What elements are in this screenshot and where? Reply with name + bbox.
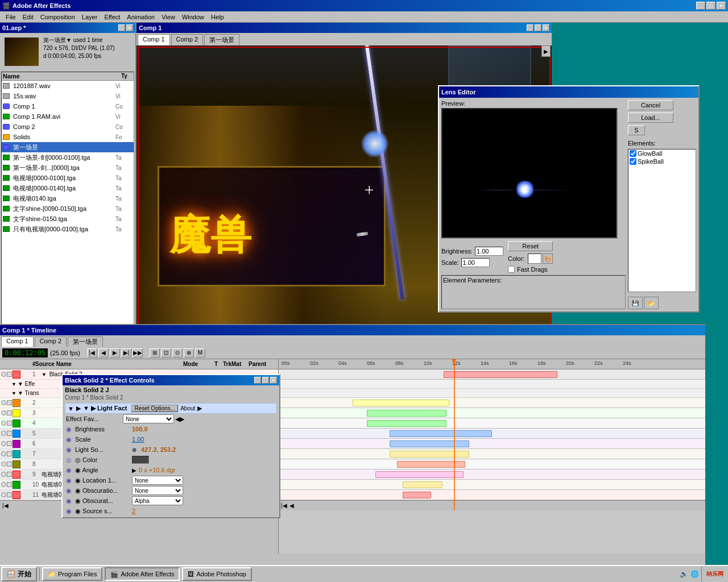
- taskbar-after-effects[interactable]: 🎬 Adobe After Effects: [105, 567, 180, 581]
- play-button[interactable]: ▶: [110, 348, 120, 357]
- l5-solo[interactable]: [1, 431, 6, 436]
- layer-1-expand[interactable]: ▼: [42, 372, 47, 377]
- track-7[interactable]: [279, 449, 705, 459]
- maximize-button[interactable]: □: [706, 2, 715, 10]
- lens-element-glowball[interactable]: GlowBall: [628, 149, 696, 157]
- l7-solo[interactable]: [1, 451, 6, 456]
- list-item[interactable]: 第一场景-剑[0000-0100].tga Ta: [2, 152, 134, 163]
- ec-effectfav-arrow[interactable]: ◀▶: [175, 415, 184, 423]
- track-11[interactable]: [279, 490, 705, 500]
- ec-location-select[interactable]: None: [132, 476, 183, 485]
- menu-help[interactable]: Help: [208, 13, 228, 22]
- comp-minimize[interactable]: _: [527, 24, 533, 31]
- l10-solo[interactable]: [1, 482, 6, 487]
- ec-effectfav-select[interactable]: None: [123, 414, 174, 423]
- l10-vis[interactable]: [7, 482, 12, 487]
- l3-solo[interactable]: [1, 410, 6, 415]
- ec-about[interactable]: About: [180, 405, 195, 411]
- l4-vis[interactable]: [7, 421, 12, 426]
- layer-vis-icon[interactable]: [7, 372, 12, 377]
- list-item[interactable]: 电视墙[0000-0100].tga Ta: [2, 173, 134, 183]
- layer-solo-icon[interactable]: [1, 372, 6, 377]
- l3-vis[interactable]: [7, 410, 12, 415]
- lens-save-button[interactable]: S: [628, 125, 645, 135]
- list-item[interactable]: 文字shine-0150.tga Ta: [2, 214, 134, 224]
- ec-close[interactable]: ×: [270, 377, 277, 384]
- lightfact-expand2[interactable]: ▶: [76, 405, 81, 412]
- minimize-button[interactable]: _: [696, 2, 705, 10]
- track-10[interactable]: [279, 480, 705, 490]
- lens-save-icon-button[interactable]: 💾: [628, 297, 643, 309]
- transform-expand[interactable]: ▼: [11, 390, 16, 396]
- list-item-selected[interactable]: 第一场景: [2, 142, 134, 152]
- list-item[interactable]: 1201887.wav Vi: [2, 81, 134, 91]
- lens-scale-input[interactable]: [461, 258, 490, 267]
- l6-solo[interactable]: [1, 441, 6, 446]
- comp-maximize[interactable]: □: [535, 24, 541, 31]
- lens-brightness-input[interactable]: [475, 247, 503, 256]
- track-4[interactable]: [279, 418, 705, 429]
- comp-close[interactable]: ×: [543, 24, 549, 31]
- ec-reset-btn[interactable]: Reset Options...: [131, 405, 178, 412]
- list-item[interactable]: Comp 1 RAM.avi Vi: [2, 111, 134, 122]
- tl-opt-2[interactable]: ⊡: [161, 348, 171, 357]
- l11-vis[interactable]: [7, 492, 12, 497]
- playhead[interactable]: [454, 359, 455, 369]
- timeline-tab-1[interactable]: Comp 1: [1, 336, 34, 347]
- list-item[interactable]: 只有电视墙[0000-0100].tga Ta: [2, 224, 134, 234]
- lens-fast-drags-checkbox[interactable]: [508, 266, 515, 273]
- comp-tab-2[interactable]: Comp 2: [171, 34, 204, 45]
- lens-glowball-checkbox[interactable]: [630, 150, 636, 157]
- comp-tab-scene[interactable]: 第一场景: [204, 34, 239, 45]
- ec-sources-val[interactable]: 2: [132, 508, 276, 514]
- lens-color-picker-icon[interactable]: 🎨: [543, 253, 553, 264]
- taskbar-program-files[interactable]: 📁 Program Files: [42, 567, 102, 581]
- track-trans[interactable]: [279, 389, 705, 398]
- lens-load-icon-button[interactable]: 📂: [644, 297, 659, 309]
- tl-opt-5[interactable]: M: [195, 348, 205, 357]
- close-button[interactable]: ×: [717, 2, 726, 10]
- l7-vis[interactable]: [7, 451, 12, 456]
- ec-minimize[interactable]: _: [254, 377, 261, 384]
- lens-color-swatch[interactable]: [528, 253, 541, 264]
- list-item[interactable]: 15s.wav Vi: [2, 91, 134, 101]
- list-item[interactable]: Solids Fo: [2, 132, 134, 142]
- l6-vis[interactable]: [7, 441, 12, 446]
- ec-obscuration-select[interactable]: None: [132, 486, 183, 495]
- project-close[interactable]: ×: [126, 24, 133, 31]
- last-frame-button[interactable]: ▶▶: [133, 348, 143, 357]
- l5-vis[interactable]: [7, 431, 12, 436]
- lens-element-spikeball[interactable]: SpikeBall: [628, 157, 696, 165]
- prev-frame-button[interactable]: ◀: [98, 348, 109, 357]
- l11-solo[interactable]: [1, 492, 6, 497]
- tl-opt-3[interactable]: ⊙: [172, 348, 183, 357]
- ec-color-swatch[interactable]: [132, 456, 149, 464]
- timeline-tab-2[interactable]: Comp 2: [35, 336, 67, 347]
- ec-maximize[interactable]: □: [262, 377, 269, 384]
- project-minimize[interactable]: _: [118, 24, 125, 31]
- tl-opt-4[interactable]: ⊕: [184, 348, 194, 357]
- first-frame-button[interactable]: |◀: [87, 348, 97, 357]
- menu-animation[interactable]: Animation: [123, 13, 158, 22]
- track-3[interactable]: [279, 408, 705, 418]
- effect-expand[interactable]: ▼: [11, 381, 16, 387]
- l9-solo[interactable]: [1, 472, 6, 477]
- lens-load-button[interactable]: Load...: [628, 113, 673, 123]
- lens-spikeball-checkbox[interactable]: [630, 158, 636, 165]
- lightfact-expand[interactable]: ▼: [68, 405, 74, 412]
- lens-reset-button[interactable]: Reset: [508, 241, 553, 251]
- taskbar-photoshop[interactable]: 🖼 Adobe Photoshop: [182, 567, 251, 581]
- menu-layer[interactable]: Layer: [78, 13, 101, 22]
- lens-elements-list[interactable]: GlowBall SpikeBall: [628, 149, 696, 292]
- list-item[interactable]: 电视墙[0000-0140].tga Ta: [2, 183, 134, 193]
- menu-file[interactable]: File: [2, 13, 19, 22]
- list-item[interactable]: Comp 2 Co: [2, 122, 134, 132]
- list-item[interactable]: 电视墙0140.tga Ta: [2, 193, 134, 203]
- list-item[interactable]: 第一场景-剑...[0000].tga Ta: [2, 163, 134, 173]
- timeline-tracks[interactable]: 00s 02s 04s 06s 08s 10s 12s 14s 16s 18s …: [279, 359, 705, 554]
- l9-vis[interactable]: [7, 472, 12, 477]
- comp-tab-1[interactable]: Comp 1: [138, 34, 170, 45]
- list-item[interactable]: 文字shine-[0090-0150].tga Ta: [2, 203, 134, 214]
- l8-vis[interactable]: [7, 462, 12, 467]
- menu-view[interactable]: View: [158, 13, 179, 22]
